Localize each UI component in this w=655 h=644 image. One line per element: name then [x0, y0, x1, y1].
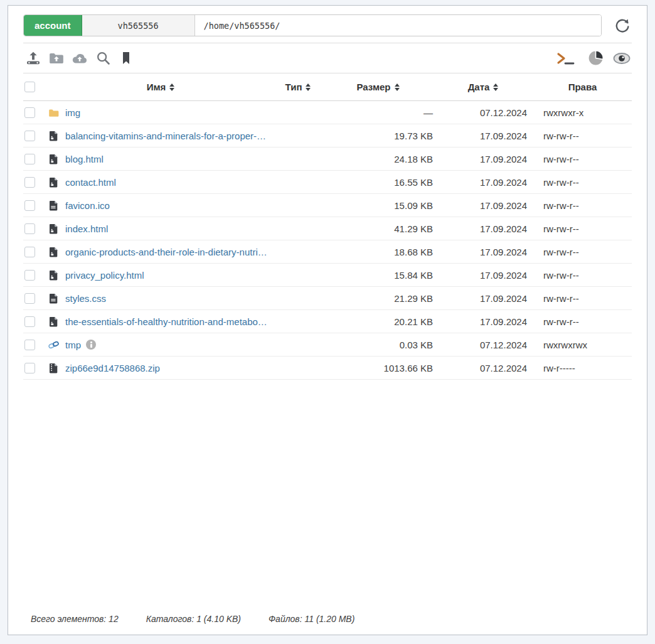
file-type-icon — [48, 223, 59, 234]
row-checkbox[interactable] — [24, 107, 35, 118]
perms-cell: rw-rw-r-- — [533, 131, 632, 141]
preview-button[interactable] — [612, 49, 632, 68]
file-name-link[interactable]: tmp — [65, 340, 81, 350]
file-name-link[interactable]: index.html — [65, 223, 108, 234]
file-name-link[interactable]: contact.html — [65, 177, 116, 188]
row-checkbox[interactable] — [24, 316, 35, 327]
refresh-icon — [614, 18, 631, 34]
row-checkbox-cell — [23, 154, 48, 164]
row-checkbox-cell — [23, 223, 48, 234]
bookmark-button[interactable] — [116, 49, 136, 68]
file-name-link[interactable]: the-essentials-of-healthy-nutrition-and-… — [65, 316, 267, 327]
perms-cell: rw-rw-r-- — [533, 200, 632, 211]
row-checkbox-cell — [23, 177, 48, 188]
size-cell: 41.29 KB — [323, 223, 433, 234]
row-checkbox[interactable] — [24, 177, 35, 188]
header-date-label: Дата — [468, 82, 490, 92]
perms-cell: rw-rw-r-- — [533, 223, 632, 234]
sort-by-date[interactable]: Дата — [468, 82, 499, 92]
terminal-button[interactable] — [554, 49, 579, 68]
path-input[interactable] — [195, 15, 601, 36]
sort-by-type[interactable]: Тип — [285, 82, 311, 92]
toolbar — [23, 43, 632, 73]
table-row: styles.css 21.29 KB 17.09.2024 rw-rw-r-- — [23, 287, 632, 310]
file-name-link[interactable]: img — [65, 107, 80, 118]
sort-icon — [395, 83, 400, 91]
file-name-link[interactable]: balancing-vitamins-and-minerals-for-a-pr… — [65, 131, 266, 141]
date-cell: 17.09.2024 — [433, 247, 533, 257]
perms-cell: rw-rw-r-- — [533, 270, 632, 281]
perms-cell: rw-r----- — [533, 363, 632, 373]
perms-cell: rw-rw-r-- — [533, 154, 632, 164]
cloud-upload-icon — [71, 50, 88, 67]
file-type-icon — [48, 270, 59, 281]
row-checkbox[interactable] — [24, 270, 35, 281]
size-cell: 24.18 KB — [323, 154, 433, 164]
row-checkbox[interactable] — [24, 340, 35, 350]
row-checkbox[interactable] — [24, 154, 35, 164]
cloud-upload-button[interactable] — [70, 49, 90, 68]
sort-by-size[interactable]: Размер — [356, 82, 399, 92]
file-type-icon — [48, 340, 59, 350]
name-cell: zip66e9d14758868.zip — [48, 363, 273, 373]
table-row: img — 07.12.2024 rwxrwxr-x — [23, 101, 632, 124]
file-type-icon — [48, 247, 59, 257]
file-type-icon — [48, 293, 59, 304]
folder-upload-icon — [48, 50, 65, 67]
row-checkbox[interactable] — [24, 293, 35, 304]
upload-to-folder-button[interactable] — [46, 49, 67, 68]
size-cell: 15.84 KB — [323, 270, 433, 281]
row-checkbox[interactable] — [24, 247, 35, 257]
toolbar-right — [548, 49, 632, 68]
bookmark-icon — [119, 50, 134, 66]
table-row: balancing-vitamins-and-minerals-for-a-pr… — [23, 124, 632, 148]
status-bar: Всего элементов: 12 Каталогов: 1 (4.10 K… — [23, 614, 632, 635]
file-type-icon — [48, 154, 59, 164]
row-checkbox[interactable] — [24, 131, 35, 141]
row-checkbox-cell — [23, 340, 48, 350]
size-cell: 18.68 KB — [323, 247, 433, 257]
size-cell: — — [323, 107, 433, 118]
name-cell: favicon.ico — [48, 200, 273, 211]
date-cell: 17.09.2024 — [433, 131, 533, 141]
select-all-checkbox[interactable] — [24, 82, 35, 92]
file-name-link[interactable]: zip66e9d14758868.zip — [65, 363, 160, 373]
sort-icon — [306, 83, 311, 91]
file-name-link[interactable]: favicon.ico — [65, 200, 110, 211]
refresh-button[interactable] — [613, 16, 632, 35]
header-type: Тип — [273, 82, 323, 92]
header-perms: Права — [533, 82, 632, 92]
name-cell: blog.html — [48, 154, 273, 164]
table-header: Имя Тип Размер Дата Права — [23, 73, 632, 101]
file-name-link[interactable]: blog.html — [65, 154, 104, 164]
location-input-group: account vh565556 — [23, 14, 602, 36]
row-checkbox[interactable] — [24, 223, 35, 234]
row-checkbox-cell — [23, 200, 48, 211]
date-cell: 07.12.2024 — [433, 340, 533, 350]
search-button[interactable] — [93, 49, 113, 68]
name-cell: img — [48, 107, 273, 118]
username-field[interactable]: vh565556 — [82, 15, 195, 36]
upload-button[interactable] — [23, 49, 43, 68]
info-icon[interactable] — [86, 340, 96, 350]
total-items-label: Всего элементов: 12 — [31, 614, 119, 624]
file-name-link[interactable]: organic-products-and-their-role-in-dieta… — [65, 247, 267, 257]
table-row: favicon.ico 15.09 KB 17.09.2024 rw-rw-r-… — [23, 194, 632, 217]
row-checkbox[interactable] — [24, 200, 35, 211]
row-checkbox[interactable] — [24, 363, 35, 373]
upload-icon — [25, 50, 41, 67]
date-cell: 17.09.2024 — [433, 293, 533, 304]
file-name-link[interactable]: styles.css — [65, 293, 106, 304]
disk-usage-button[interactable] — [585, 49, 605, 68]
table-row: tmp 0.03 KB 07.12.2024 rwxrwxrwx — [23, 333, 632, 357]
file-name-link[interactable]: privacy_policy.html — [65, 270, 144, 281]
table-row: blog.html 24.18 KB 17.09.2024 rw-rw-r-- — [23, 148, 632, 171]
file-type-icon — [48, 200, 59, 211]
row-checkbox-cell — [23, 247, 48, 257]
name-cell: contact.html — [48, 177, 273, 188]
date-cell: 07.12.2024 — [433, 107, 533, 118]
sort-icon — [493, 83, 498, 91]
account-button[interactable]: account — [24, 15, 82, 36]
sort-by-name[interactable]: Имя — [147, 82, 175, 92]
perms-cell: rw-rw-r-- — [533, 247, 632, 257]
